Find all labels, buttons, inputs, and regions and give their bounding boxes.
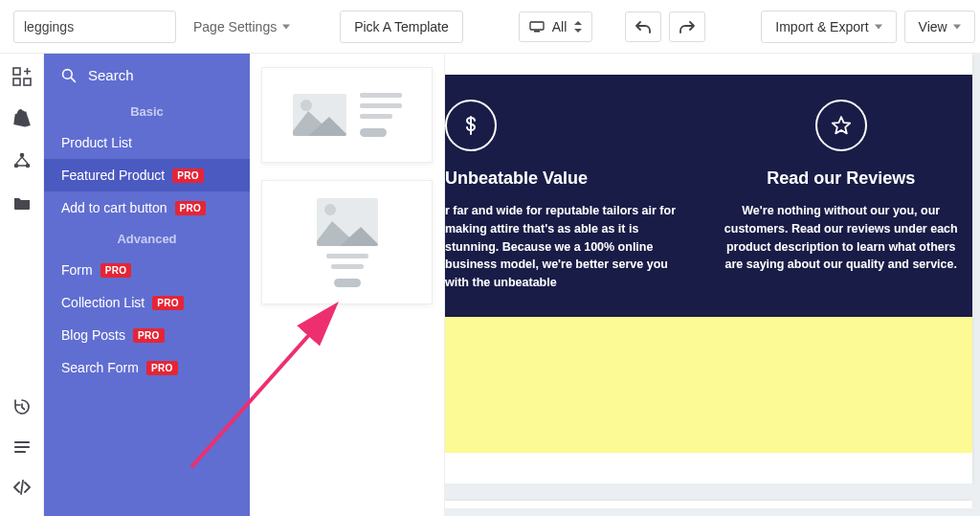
preview-pane: Unbeatable Value r far and wide for repu… bbox=[445, 54, 980, 516]
preview-dark-section: Unbeatable Value r far and wide for repu… bbox=[445, 75, 972, 317]
feature-body: r far and wide for reputable tailors air… bbox=[445, 202, 689, 292]
preview-feature-value: Unbeatable Value r far and wide for repu… bbox=[445, 100, 710, 292]
list-icon[interactable] bbox=[12, 437, 32, 457]
star-icon bbox=[815, 100, 867, 151]
preview-frame[interactable]: Unbeatable Value r far and wide for repu… bbox=[445, 54, 972, 483]
sidebar-item-label: Blog Posts bbox=[61, 327, 125, 343]
add-widget-icon[interactable] bbox=[12, 67, 32, 86]
layout-templates-column bbox=[250, 54, 445, 516]
pick-template-button[interactable]: Pick A Template bbox=[340, 11, 463, 43]
code-icon[interactable] bbox=[12, 478, 32, 497]
image-placeholder-icon bbox=[317, 198, 378, 246]
sidebar-category-advanced: Advanced bbox=[44, 224, 250, 254]
feature-title: Read our Reviews bbox=[720, 168, 964, 189]
device-label: All bbox=[552, 19, 568, 34]
redo-button[interactable] bbox=[669, 11, 705, 42]
text-lines-placeholder bbox=[360, 93, 402, 137]
sidebar-item-featured-product[interactable]: Featured Product PRO bbox=[44, 159, 250, 191]
sidebar-item-label: Featured Product bbox=[61, 168, 165, 183]
feature-title: Unbeatable Value bbox=[445, 168, 689, 189]
svg-point-8 bbox=[63, 69, 73, 79]
svg-rect-2 bbox=[13, 68, 20, 75]
sidebar-item-search-form[interactable]: Search Form PRO bbox=[44, 351, 250, 384]
import-export-label: Import & Export bbox=[775, 19, 868, 34]
caret-down-icon bbox=[282, 23, 290, 31]
preview-yellow-section bbox=[445, 317, 972, 453]
undo-icon bbox=[635, 20, 651, 34]
sidebar-category-basic: Basic bbox=[44, 97, 250, 126]
template-card-image-top[interactable] bbox=[261, 180, 433, 304]
elements-sidebar: Search Basic Product List Featured Produ… bbox=[44, 54, 250, 516]
sidebar-item-label: Form bbox=[61, 262, 93, 278]
template-card-image-left[interactable] bbox=[261, 67, 433, 163]
text-lines-placeholder bbox=[326, 254, 368, 287]
view-label: View bbox=[919, 19, 947, 34]
connect-icon[interactable] bbox=[12, 151, 32, 170]
svg-rect-1 bbox=[534, 31, 540, 33]
sidebar-search-label: Search bbox=[88, 67, 134, 83]
import-export-dropdown[interactable]: Import & Export bbox=[761, 11, 896, 43]
top-toolbar: Page Settings Pick A Template All Import… bbox=[0, 0, 980, 54]
pro-badge: PRO bbox=[175, 201, 207, 215]
view-dropdown[interactable]: View bbox=[904, 11, 975, 43]
sidebar-item-label: Collection List bbox=[61, 295, 145, 310]
image-placeholder-icon bbox=[293, 94, 346, 136]
pro-badge: PRO bbox=[146, 361, 178, 375]
search-icon bbox=[61, 68, 77, 83]
sidebar-item-product-list[interactable]: Product List bbox=[44, 126, 250, 159]
page-settings-label: Page Settings bbox=[193, 19, 277, 34]
sidebar-item-label: Search Form bbox=[61, 360, 139, 375]
svg-rect-3 bbox=[13, 79, 20, 85]
sidebar-item-add-to-cart[interactable]: Add to cart button PRO bbox=[44, 191, 250, 224]
sidebar-item-label: Add to cart button bbox=[61, 200, 167, 215]
preview-footer-bar bbox=[445, 501, 972, 508]
caret-down-icon bbox=[875, 23, 882, 31]
sidebar-item-blog-posts[interactable]: Blog Posts PRO bbox=[44, 319, 250, 351]
updown-icon bbox=[574, 21, 582, 33]
sidebar-item-label: Product List bbox=[61, 135, 132, 150]
device-selector[interactable]: All bbox=[519, 11, 593, 42]
svg-point-7 bbox=[25, 164, 30, 168]
sidebar-search[interactable]: Search bbox=[44, 54, 250, 97]
svg-rect-0 bbox=[530, 22, 544, 30]
main-area: Search Basic Product List Featured Produ… bbox=[0, 54, 980, 516]
shopify-icon[interactable] bbox=[12, 109, 32, 128]
preview-feature-reviews: Read our Reviews We're nothing without o… bbox=[710, 100, 973, 292]
pro-badge: PRO bbox=[133, 328, 165, 343]
svg-point-5 bbox=[19, 153, 24, 158]
sidebar-item-collection-list[interactable]: Collection List PRO bbox=[44, 286, 250, 319]
page-name-input[interactable] bbox=[13, 11, 176, 43]
pick-template-label: Pick A Template bbox=[354, 19, 449, 34]
undo-button[interactable] bbox=[625, 11, 661, 42]
desktop-icon bbox=[529, 21, 545, 33]
redo-icon bbox=[679, 20, 695, 34]
pro-badge: PRO bbox=[100, 263, 132, 278]
feature-body: We're nothing without our you, our custo… bbox=[720, 202, 964, 274]
svg-point-6 bbox=[13, 164, 18, 168]
pro-badge: PRO bbox=[172, 168, 204, 183]
caret-down-icon bbox=[953, 23, 961, 31]
history-icon[interactable] bbox=[12, 397, 32, 416]
svg-rect-4 bbox=[24, 79, 31, 85]
dollar-icon bbox=[445, 100, 497, 151]
folder-icon[interactable] bbox=[12, 193, 32, 213]
sidebar-item-form[interactable]: Form PRO bbox=[44, 254, 250, 286]
page-settings-dropdown[interactable]: Page Settings bbox=[184, 11, 300, 42]
pro-badge: PRO bbox=[152, 296, 184, 310]
left-rail bbox=[0, 54, 44, 516]
